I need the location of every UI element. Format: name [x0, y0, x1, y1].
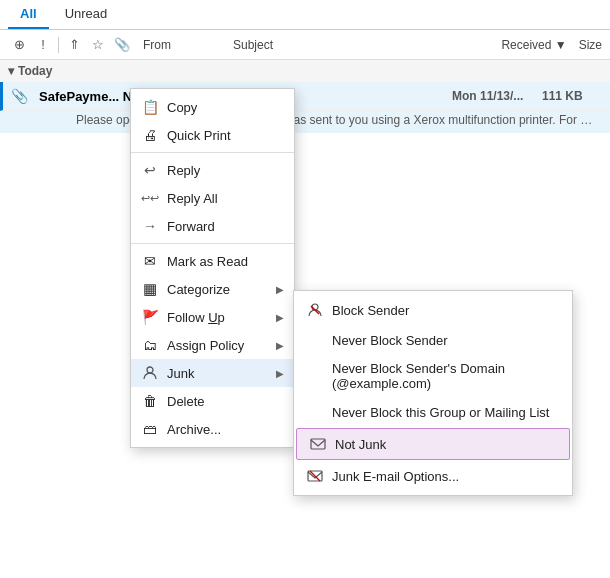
categorize-arrow: ▶	[276, 284, 284, 295]
ctx-follow-up[interactable]: 🚩 Follow Up ▶	[131, 303, 294, 331]
sub-block-sender[interactable]: Block Sender	[294, 295, 572, 325]
sub-junk-options[interactable]: Junk E-mail Options...	[294, 461, 572, 491]
separator-1	[131, 152, 294, 153]
sub-never-block-sender[interactable]: Never Block Sender	[294, 325, 572, 355]
assign-policy-arrow: ▶	[276, 340, 284, 351]
tab-unread[interactable]: Unread	[53, 0, 120, 29]
never-block-domain-icon	[306, 367, 324, 385]
block-sender-icon	[306, 301, 324, 319]
separator-2	[131, 243, 294, 244]
ctx-junk[interactable]: Junk ▶	[131, 359, 294, 387]
ctx-reply-label: Reply	[167, 163, 284, 178]
mark-read-icon: ✉	[141, 252, 159, 270]
ctx-assign-policy-label: Assign Policy	[167, 338, 268, 353]
email-size: 111 KB	[542, 89, 602, 103]
date-group-today: ▾ Today	[0, 60, 610, 82]
junk-icon	[141, 364, 159, 382]
ctx-categorize-label: Categorize	[167, 282, 268, 297]
ctx-mark-read[interactable]: ✉ Mark as Read	[131, 247, 294, 275]
toolbar-icon-star[interactable]: ☆	[87, 34, 109, 56]
sub-never-block-group-label: Never Block this Group or Mailing List	[332, 405, 549, 420]
ctx-mark-read-label: Mark as Read	[167, 254, 284, 269]
sub-not-junk-label: Not Junk	[335, 437, 386, 452]
toolbar-separator-1	[58, 37, 59, 53]
ctx-quick-print[interactable]: 🖨 Quick Print	[131, 121, 294, 149]
not-junk-icon	[309, 435, 327, 453]
svg-line-5	[310, 471, 320, 481]
ctx-follow-up-label: Follow Up	[167, 310, 268, 325]
ctx-assign-policy[interactable]: 🗂 Assign Policy ▶	[131, 331, 294, 359]
tab-all[interactable]: All	[8, 0, 49, 29]
svg-rect-3	[311, 439, 325, 449]
sub-never-block-domain[interactable]: Never Block Sender's Domain (@example.co…	[294, 355, 572, 397]
ctx-forward[interactable]: → Forward	[131, 212, 294, 240]
toolbar-icon-up[interactable]: ⇑	[63, 34, 85, 56]
archive-icon: 🗃	[141, 420, 159, 438]
ctx-reply[interactable]: ↩ Reply	[131, 156, 294, 184]
col-size-header: Size	[579, 38, 602, 52]
reply-all-icon: ↩↩	[141, 189, 159, 207]
ctx-reply-all-label: Reply All	[167, 191, 284, 206]
ctx-quick-print-label: Quick Print	[167, 128, 284, 143]
sub-never-block-domain-label: Never Block Sender's Domain (@example.co…	[332, 361, 560, 391]
ctx-junk-label: Junk	[167, 366, 268, 381]
ctx-copy-label: Copy	[167, 100, 284, 115]
email-toolbar: ⊕ ! ⇑ ☆ 📎 From Subject Received ▼ Size	[0, 30, 610, 60]
follow-up-icon: 🚩	[141, 308, 159, 326]
svg-point-0	[147, 367, 153, 373]
ctx-categorize[interactable]: ▦ Categorize ▶	[131, 275, 294, 303]
toolbar-icon-attach[interactable]: 📎	[111, 34, 133, 56]
never-block-group-icon	[306, 403, 324, 421]
ctx-delete[interactable]: 🗑 Delete	[131, 387, 294, 415]
chevron-down-icon: ▾	[8, 64, 14, 78]
toolbar-icon-flag2[interactable]: !	[32, 34, 54, 56]
ctx-forward-label: Forward	[167, 219, 284, 234]
delete-icon: 🗑	[141, 392, 159, 410]
email-date: Mon 11/13/...	[452, 89, 542, 103]
sub-junk-options-label: Junk E-mail Options...	[332, 469, 459, 484]
ctx-archive[interactable]: 🗃 Archive...	[131, 415, 294, 443]
col-subject-header: Subject	[233, 38, 273, 52]
assign-policy-icon: 🗂	[141, 336, 159, 354]
ctx-copy[interactable]: 📋 Copy	[131, 93, 294, 121]
categorize-icon: ▦	[141, 280, 159, 298]
junk-arrow: ▶	[276, 368, 284, 379]
sub-block-sender-label: Block Sender	[332, 303, 409, 318]
ctx-archive-label: Archive...	[167, 422, 284, 437]
col-from-header: From	[143, 38, 171, 52]
sub-never-block-sender-label: Never Block Sender	[332, 333, 448, 348]
junk-submenu: Block Sender Never Block Sender Never Bl…	[293, 290, 573, 496]
tabs-bar: All Unread	[0, 0, 610, 30]
toolbar-icon-flag[interactable]: ⊕	[8, 34, 30, 56]
print-icon: 🖨	[141, 126, 159, 144]
never-block-icon	[306, 331, 324, 349]
email-preview: Please open the attached document. It wa…	[0, 111, 610, 133]
sub-never-block-group[interactable]: Never Block this Group or Mailing List	[294, 397, 572, 427]
copy-icon: 📋	[141, 98, 159, 116]
col-received-header: Received ▼	[501, 38, 566, 52]
context-menu: 📋 Copy 🖨 Quick Print ↩ Reply ↩↩ Reply Al…	[130, 88, 295, 448]
attachment-icon: 📎	[11, 88, 31, 104]
ctx-delete-label: Delete	[167, 394, 284, 409]
junk-options-icon	[306, 467, 324, 485]
forward-icon: →	[141, 217, 159, 235]
reply-icon: ↩	[141, 161, 159, 179]
ctx-reply-all[interactable]: ↩↩ Reply All	[131, 184, 294, 212]
follow-up-arrow: ▶	[276, 312, 284, 323]
email-row[interactable]: 📎 SafePayme... Notice of Direct Deposit …	[0, 82, 610, 111]
date-group-label: Today	[18, 64, 52, 78]
sub-not-junk[interactable]: Not Junk	[296, 428, 570, 460]
